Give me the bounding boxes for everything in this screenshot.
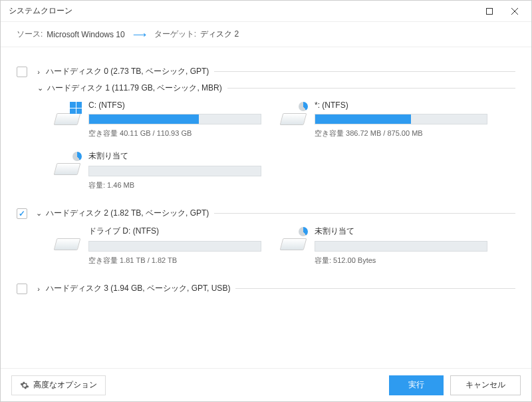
partition-sub: 空き容量 386.72 MB / 875.00 MB	[315, 128, 506, 138]
chevron-down-icon: ⌄	[34, 209, 43, 218]
partition-name: 未割り当て	[88, 150, 280, 162]
partition-name: ドライブ D: (NTFS)	[88, 226, 280, 237]
target-label: ターゲット:	[154, 29, 196, 40]
usage-bar	[88, 166, 261, 176]
partition-sub: 空き容量 40.11 GB / 110.93 GB	[88, 128, 280, 138]
partition-item[interactable]: ドライブ D: (NTFS)空き容量 1.81 TB / 1.82 TB	[54, 226, 280, 266]
usage-bar-fill	[315, 114, 411, 124]
cancel-label: キャンセル	[466, 379, 505, 391]
maximize-icon	[486, 8, 493, 15]
partition-name: C: (NTFS)	[88, 100, 280, 110]
chevron-down-icon: ⌄	[35, 84, 45, 93]
partition-item[interactable]: *: (NTFS)空き容量 386.72 MB / 875.00 MB	[280, 100, 506, 138]
partition-group-1: C: (NTFS)空き容量 40.11 GB / 110.93 GB*: (NT…	[54, 100, 515, 202]
usage-bar	[315, 241, 487, 252]
pie-icon	[299, 227, 308, 236]
run-button[interactable]: 実行	[389, 375, 444, 395]
disk-checkbox-0[interactable]	[17, 67, 27, 77]
partition-sub: 容量: 512.00 Bytes	[315, 256, 506, 266]
usage-bar	[88, 241, 261, 252]
partition-item[interactable]: 未割り当て容量: 512.00 Bytes	[280, 226, 506, 266]
drive-icon	[54, 228, 80, 255]
disk-label: ハードディスク 3 (1.94 GB, ベーシック, GPT, USB)	[46, 283, 230, 294]
partition-name: 未割り当て	[315, 226, 506, 237]
disk-row-0[interactable]: ›ハードディスク 0 (2.73 TB, ベーシック, GPT)	[17, 66, 515, 77]
drive-icon	[54, 103, 80, 130]
disk-row-3[interactable]: ›ハードディスク 3 (1.94 GB, ベーシック, GPT, USB)	[17, 283, 515, 294]
divider	[235, 288, 515, 289]
disk-label: ハードディスク 1 (111.79 GB, ベーシック, MBR)	[47, 83, 222, 94]
disk-list: ›ハードディスク 0 (2.73 TB, ベーシック, GPT)⌄ハードディスク…	[1, 47, 531, 368]
partition-item[interactable]: C: (NTFS)空き容量 40.11 GB / 110.93 GB	[54, 100, 280, 138]
partition-sub: 空き容量 1.81 TB / 1.82 TB	[88, 256, 280, 266]
source-label: ソース:	[17, 29, 43, 40]
windows-icon	[70, 102, 82, 114]
pie-icon	[72, 152, 82, 161]
drive-icon	[280, 103, 307, 130]
divider	[214, 213, 515, 214]
disk-row-2[interactable]: ⌄ハードディスク 2 (1.82 TB, ベーシック, GPT)	[17, 208, 515, 219]
disk-label: ハードディスク 2 (1.82 TB, ベーシック, GPT)	[46, 208, 209, 219]
drive-icon	[54, 153, 80, 180]
svg-rect-0	[487, 8, 493, 14]
advanced-options-button[interactable]: 高度なオプション	[11, 375, 106, 395]
usage-bar-fill	[89, 114, 199, 124]
close-button[interactable]	[502, 2, 527, 21]
pie-icon	[299, 102, 308, 111]
chevron-right-icon: ›	[34, 285, 43, 293]
footer: 高度なオプション 実行 キャンセル	[1, 368, 531, 401]
disk-checkbox-2[interactable]	[17, 208, 27, 219]
gear-icon	[20, 381, 29, 390]
target-value: ディスク 2	[200, 29, 239, 40]
divider	[227, 88, 515, 89]
disk-checkbox-3[interactable]	[17, 284, 27, 294]
maximize-button[interactable]	[477, 2, 502, 21]
disk-row-1[interactable]: ⌄ハードディスク 1 (111.79 GB, ベーシック, MBR)	[35, 83, 515, 94]
window-title: システムクローン	[9, 5, 477, 17]
usage-bar	[315, 114, 487, 124]
disk-label: ハードディスク 0 (2.73 TB, ベーシック, GPT)	[46, 66, 209, 77]
partition-sub: 容量: 1.46 MB	[88, 180, 280, 190]
arrow-icon: ⟶	[133, 29, 146, 40]
partition-group-2: ドライブ D: (NTFS)空き容量 1.81 TB / 1.82 TB未割り当…	[54, 226, 515, 278]
divider	[214, 71, 515, 72]
drive-icon	[280, 228, 307, 255]
close-icon	[511, 8, 518, 15]
titlebar: システムクローン	[1, 1, 531, 22]
source-target-bar: ソース: Microsoft Windows 10 ⟶ ターゲット: ディスク …	[1, 22, 531, 47]
partition-item[interactable]: 未割り当て容量: 1.46 MB	[54, 150, 280, 190]
partition-name: *: (NTFS)	[315, 100, 506, 110]
source-value: Microsoft Windows 10	[47, 30, 124, 39]
cancel-button[interactable]: キャンセル	[450, 375, 521, 395]
usage-bar	[88, 114, 261, 124]
chevron-right-icon: ›	[34, 68, 43, 76]
advanced-options-label: 高度なオプション	[33, 379, 97, 391]
run-label: 実行	[408, 379, 424, 391]
